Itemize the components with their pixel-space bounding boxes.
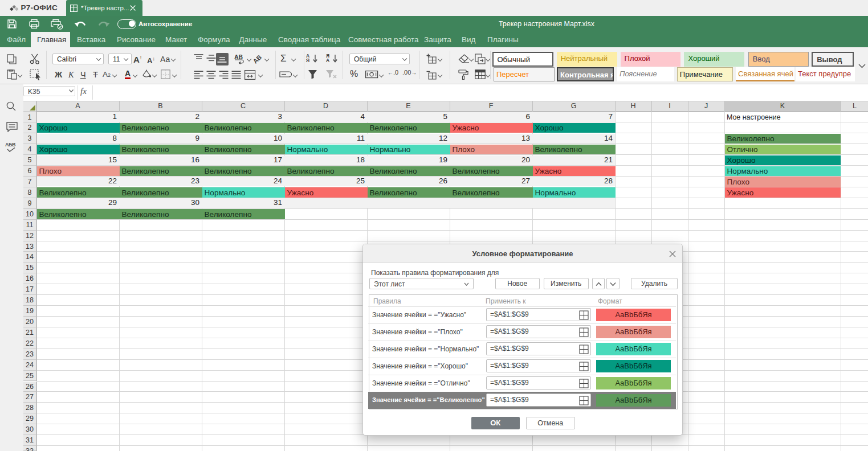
svg-text:АВ: АВ: [253, 54, 263, 64]
